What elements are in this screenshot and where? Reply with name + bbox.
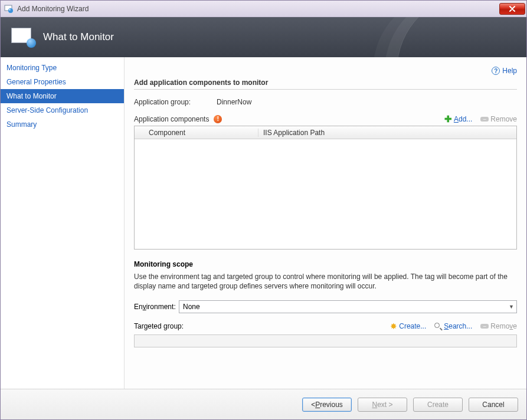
add-component-button[interactable]: ✚ Add... — [444, 114, 472, 123]
main-panel: ? Help Add application components to mon… — [125, 57, 526, 389]
application-components-row: Application components ! ✚ Add... – Remo… — [134, 114, 517, 123]
grid-col-iis-path[interactable]: IIS Application Path — [258, 129, 516, 137]
help-icon: ? — [492, 67, 500, 75]
error-icon: ! — [214, 115, 222, 123]
remove-label: Remove — [490, 115, 517, 123]
environment-value: None — [183, 303, 200, 311]
window-title: Add Monitoring Wizard — [17, 5, 499, 13]
create-button: Create — [413, 398, 463, 412]
close-button[interactable] — [499, 3, 525, 15]
targeted-group-label: Targeted group: — [134, 322, 184, 330]
next-button: Next > — [358, 398, 407, 412]
banner-decoration — [397, 17, 526, 57]
search-group-button[interactable]: Search... — [434, 322, 472, 330]
application-group-value: DinnerNow — [217, 98, 251, 106]
help-link[interactable]: ? Help — [492, 67, 517, 75]
section-title: Add application components to monitor — [134, 78, 517, 90]
targeted-group-actions: ✸ Create... Search... – Remove — [390, 321, 517, 331]
sidebar-item-server-side-configuration[interactable]: Server-Side Configuration — [1, 103, 124, 117]
minus-icon: – — [480, 324, 489, 329]
sidebar-item-summary[interactable]: Summary — [1, 117, 124, 132]
sidebar-item-label: Monitoring Type — [6, 64, 57, 72]
body: Monitoring Type General Properties What … — [1, 57, 526, 389]
cancel-button[interactable]: Cancel — [469, 398, 518, 412]
environment-row: Environment: None ▼ — [134, 300, 517, 313]
monitoring-scope-title: Monitoring scope — [134, 260, 517, 268]
close-icon — [509, 6, 516, 12]
chevron-down-icon: ▼ — [509, 304, 514, 310]
application-group-label: Application group: — [134, 98, 217, 106]
sidebar-item-what-to-monitor[interactable]: What to Monitor — [1, 89, 124, 103]
sidebar: Monitoring Type General Properties What … — [1, 57, 125, 389]
banner-icon — [11, 28, 35, 47]
create-label: Create... — [399, 322, 426, 330]
banner: What to Monitor — [1, 17, 526, 57]
banner-title: What to Monitor — [43, 31, 114, 43]
grid-header: Component IIS Application Path — [135, 126, 516, 139]
wizard-window: Add Monitoring Wizard What to Monitor Mo… — [0, 0, 527, 420]
grid-body — [135, 139, 516, 249]
app-icon — [4, 4, 14, 14]
create-group-button[interactable]: ✸ Create... — [390, 321, 426, 331]
add-label-rest: dd... — [459, 115, 472, 123]
sidebar-item-label: Server-Side Configuration — [6, 106, 88, 114]
help-label: Help — [502, 67, 517, 75]
application-group-row: Application group: DinnerNow — [134, 98, 517, 106]
search-icon — [434, 323, 442, 330]
sidebar-item-general-properties[interactable]: General Properties — [1, 75, 124, 89]
sidebar-item-monitoring-type[interactable]: Monitoring Type — [1, 61, 124, 75]
footer: < Previous Next > Create Cancel — [1, 389, 526, 419]
remove-group-button: – Remove — [480, 322, 517, 330]
remove-component-button: – Remove — [480, 115, 517, 123]
minus-icon: – — [480, 117, 489, 122]
environment-select[interactable]: None ▼ — [179, 300, 517, 313]
sidebar-item-label: What to Monitor — [6, 92, 57, 100]
help-row: ? Help — [134, 63, 517, 78]
svg-point-1 — [8, 8, 13, 13]
components-actions: ✚ Add... – Remove — [444, 114, 517, 123]
targeted-group-row: Targeted group: ✸ Create... Search... – … — [134, 321, 517, 331]
add-label-u: A — [454, 115, 459, 123]
components-grid[interactable]: Component IIS Application Path — [134, 126, 517, 250]
environment-label: Environment: — [134, 303, 179, 311]
previous-button[interactable]: < Previous — [302, 398, 352, 412]
grid-col-component[interactable]: Component — [135, 129, 258, 137]
application-components-label: Application components — [134, 115, 209, 123]
star-icon: ✸ — [390, 321, 397, 331]
sidebar-item-label: Summary — [6, 120, 37, 129]
targeted-group-input[interactable] — [134, 334, 517, 347]
svg-point-2 — [9, 9, 10, 10]
monitoring-scope-desc: Use the environment tag and targeted gro… — [134, 272, 517, 291]
plus-icon: ✚ — [444, 114, 452, 123]
titlebar: Add Monitoring Wizard — [1, 1, 526, 17]
sidebar-item-label: General Properties — [6, 78, 66, 86]
